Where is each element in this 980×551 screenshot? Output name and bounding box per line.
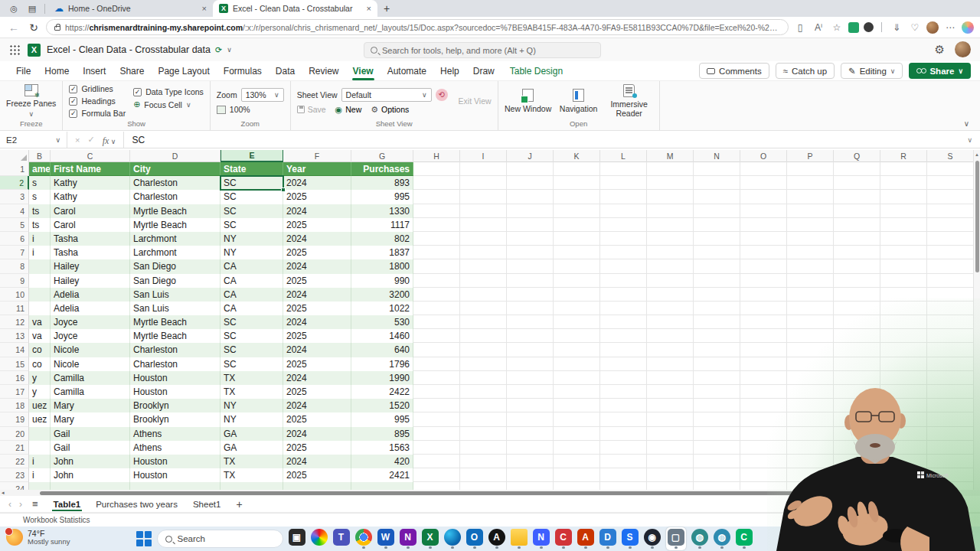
cell[interactable]: s (29, 190, 51, 204)
empty-cell[interactable] (507, 441, 554, 455)
empty-cell[interactable] (460, 455, 507, 468)
empty-cell[interactable] (740, 455, 787, 468)
name-box[interactable]: E2∨ (0, 132, 67, 148)
empty-cell[interactable] (647, 482, 694, 490)
empty-cell[interactable] (740, 246, 787, 259)
cell[interactable] (130, 482, 220, 490)
all-sheets-icon[interactable]: ≡ (28, 498, 43, 510)
empty-cell[interactable] (460, 468, 507, 482)
cell[interactable]: Houston (130, 371, 220, 385)
empty-cell[interactable] (647, 288, 694, 302)
horizontal-scrollbar[interactable]: ◂ (0, 490, 980, 496)
cell[interactable]: 2024 (283, 371, 351, 385)
empty-cell[interactable] (647, 204, 694, 218)
empty-cell[interactable] (600, 441, 647, 455)
cell[interactable]: Mary (51, 412, 130, 426)
cell[interactable]: uez (29, 412, 51, 426)
column-header-S[interactable]: S (927, 150, 974, 162)
empty-cell[interactable] (834, 357, 880, 371)
empty-cell[interactable] (600, 190, 647, 204)
empty-cell[interactable] (460, 232, 507, 246)
empty-cell[interactable] (694, 190, 740, 204)
empty-cell[interactable] (507, 357, 554, 371)
empty-cell[interactable] (413, 455, 460, 468)
taskbar-app-snagit[interactable]: S (622, 529, 639, 549)
empty-cell[interactable] (413, 176, 460, 190)
empty-cell[interactable] (554, 329, 600, 343)
empty-cell[interactable] (600, 246, 647, 259)
cell[interactable]: Houston (130, 468, 220, 482)
empty-cell[interactable] (413, 288, 460, 302)
cell[interactable]: NY (220, 232, 283, 246)
column-header-M[interactable]: M (647, 150, 694, 162)
cell[interactable]: ts (29, 218, 51, 232)
empty-cell[interactable] (694, 468, 740, 482)
empty-cell[interactable] (460, 371, 507, 385)
empty-cell[interactable] (694, 455, 740, 468)
headings-checkbox[interactable]: ✓Headings (69, 96, 126, 106)
cell[interactable]: y (29, 371, 51, 385)
empty-cell[interactable] (740, 274, 787, 288)
cell[interactable]: TX (220, 455, 283, 468)
row-header-22[interactable]: 22 (0, 455, 29, 468)
cell[interactable]: SC (220, 190, 283, 204)
cell[interactable]: CA (220, 259, 283, 273)
taskbar-app-techsmith-1[interactable]: ◍ (691, 529, 708, 549)
collections-icon[interactable] (864, 22, 874, 32)
cell[interactable]: 1796 (351, 357, 413, 371)
taskbar-app-onenote[interactable]: N (400, 529, 416, 549)
empty-cell[interactable] (787, 427, 834, 441)
empty-cell[interactable] (927, 204, 974, 218)
empty-cell[interactable] (927, 357, 974, 371)
empty-cell[interactable] (554, 343, 600, 357)
cell[interactable]: 2024 (283, 259, 351, 273)
cell[interactable]: John (51, 468, 130, 482)
empty-cell[interactable] (834, 468, 880, 482)
vertical-scroll-thumb[interactable] (975, 161, 979, 272)
empty-cell[interactable] (834, 371, 880, 385)
favorites-star-icon[interactable]: ☆ (830, 22, 844, 33)
empty-cell[interactable] (413, 441, 460, 455)
account-avatar[interactable] (955, 41, 971, 57)
cell[interactable]: 2024 (283, 204, 351, 218)
empty-cell[interactable] (413, 371, 460, 385)
column-header-I[interactable]: I (460, 150, 507, 162)
empty-cell[interactable] (507, 468, 554, 482)
empty-cell[interactable] (740, 329, 787, 343)
empty-cell[interactable] (880, 246, 927, 259)
empty-cell[interactable] (694, 204, 740, 218)
row-header-4[interactable]: 4 (0, 204, 29, 218)
empty-cell[interactable] (694, 232, 740, 246)
taskbar-app-edge[interactable] (444, 529, 461, 549)
empty-cell[interactable] (834, 218, 880, 232)
empty-cell[interactable] (740, 357, 787, 371)
sheet-prev-icon[interactable]: ‹ (6, 499, 14, 510)
empty-cell[interactable] (787, 385, 834, 399)
cell[interactable]: Mary (51, 399, 130, 412)
sheet-view-select[interactable]: Default∨ (341, 88, 432, 102)
immersive-reader-button[interactable]: Immersive Reader (606, 84, 653, 118)
empty-cell[interactable] (880, 371, 927, 385)
empty-cell[interactable] (740, 204, 787, 218)
empty-cell[interactable] (507, 302, 554, 315)
row-header-9[interactable]: 9 (0, 274, 29, 288)
table-header-cell[interactable]: ame (29, 162, 51, 176)
empty-cell[interactable] (880, 176, 927, 190)
expand-formula-bar-icon[interactable]: ∨ (967, 136, 980, 144)
empty-cell[interactable] (507, 427, 554, 441)
empty-cell[interactable] (787, 204, 834, 218)
freeze-panes-button[interactable]: Freeze Panes∨ (6, 84, 56, 118)
column-header-P[interactable]: P (787, 150, 834, 162)
empty-cell[interactable] (554, 441, 600, 455)
column-header-B[interactable]: B (29, 150, 51, 162)
empty-cell[interactable] (880, 468, 927, 482)
empty-cell[interactable] (787, 399, 834, 412)
empty-cell[interactable] (927, 468, 974, 482)
empty-cell[interactable] (694, 288, 740, 302)
empty-cell[interactable] (460, 427, 507, 441)
empty-cell[interactable] (413, 385, 460, 399)
column-header-G[interactable]: G (351, 150, 413, 162)
cell[interactable]: i (29, 232, 51, 246)
cell[interactable]: Athens (130, 427, 220, 441)
empty-cell[interactable] (413, 218, 460, 232)
